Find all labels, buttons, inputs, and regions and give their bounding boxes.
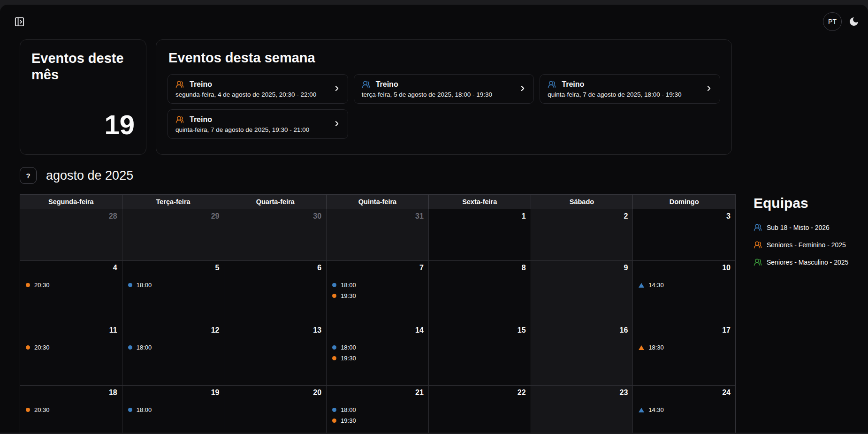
moon-icon bbox=[848, 16, 860, 27]
calendar-event[interactable]: 19:30 bbox=[331, 355, 424, 362]
calendar-day-cell[interactable]: 10 14:30 bbox=[633, 261, 735, 323]
event-marker-icon bbox=[332, 345, 336, 350]
calendar-event[interactable]: 20:30 bbox=[25, 282, 117, 289]
event-time: 18:00 bbox=[137, 282, 152, 289]
calendar-event[interactable]: 19:30 bbox=[331, 292, 424, 299]
day-number: 28 bbox=[25, 212, 117, 221]
event-marker-icon bbox=[332, 356, 336, 360]
calendar-event[interactable]: 20:30 bbox=[25, 344, 117, 351]
calendar-event[interactable]: 18:30 bbox=[638, 344, 731, 351]
calendar-event[interactable]: 14:30 bbox=[638, 282, 731, 289]
calendar-event[interactable]: 19:30 bbox=[331, 417, 424, 424]
event-time: 18:00 bbox=[137, 344, 152, 351]
event-card[interactable]: Treino segunda-feira, 4 de agosto de 202… bbox=[168, 74, 348, 104]
calendar-and-teams: Segunda-feira Terça-feira Quarta-feira Q… bbox=[20, 194, 868, 433]
calendar-event[interactable]: 18:00 bbox=[127, 282, 220, 289]
calendar-day-cell[interactable]: 22 bbox=[429, 386, 531, 433]
event-marker-icon bbox=[128, 345, 132, 350]
team-item[interactable]: Sub 18 - Misto - 2026 bbox=[754, 223, 848, 232]
calendar-day-cell[interactable]: 13 bbox=[224, 323, 327, 386]
event-datetime: quinta-feira, 7 de agosto de 2025, 19:30… bbox=[175, 126, 309, 133]
event-marker-icon bbox=[128, 283, 132, 287]
day-number: 20 bbox=[229, 388, 321, 397]
users-icon bbox=[754, 223, 762, 232]
event-title: Treino bbox=[190, 80, 212, 89]
day-number: 8 bbox=[434, 264, 526, 272]
weekday-header: Domingo bbox=[633, 195, 735, 209]
day-number: 29 bbox=[127, 212, 220, 221]
calendar-event[interactable]: 18:00 bbox=[127, 344, 220, 351]
event-time: 20:30 bbox=[34, 344, 50, 351]
day-number: 4 bbox=[25, 264, 117, 272]
calendar-event[interactable]: 18:00 bbox=[127, 406, 220, 413]
calendar-event[interactable]: 20:30 bbox=[25, 406, 117, 413]
calendar-day-cell[interactable]: 16 bbox=[531, 323, 633, 386]
calendar-event[interactable]: 18:00 bbox=[331, 406, 424, 413]
calendar-day-cell[interactable]: 24 14:30 bbox=[633, 386, 735, 433]
calendar-day-cell[interactable]: 15 bbox=[429, 323, 531, 386]
calendar-day-cell[interactable]: 30 bbox=[224, 209, 327, 261]
event-marker-icon bbox=[26, 345, 30, 350]
calendar-day-cell[interactable]: 1 bbox=[429, 209, 531, 261]
team-label: Sub 18 - Misto - 2026 bbox=[767, 224, 830, 231]
day-number: 31 bbox=[331, 212, 424, 221]
calendar-day-cell[interactable]: 12 18:00 bbox=[122, 323, 225, 386]
team-item[interactable]: Seniores - Masculino - 2025 bbox=[754, 258, 848, 266]
calendar-day-cell[interactable]: 2 bbox=[531, 209, 633, 261]
event-card[interactable]: Treino quinta-feira, 7 de agosto de 2025… bbox=[168, 109, 348, 139]
theme-toggle-button[interactable] bbox=[848, 16, 860, 27]
weekday-header: Terça-feira bbox=[122, 195, 225, 209]
calendar-day-cell[interactable]: 31 bbox=[327, 209, 429, 261]
calendar-day-cell[interactable]: 19 18:00 bbox=[122, 386, 225, 433]
calendar-day-cell[interactable]: 6 bbox=[224, 261, 327, 323]
event-time: 18:30 bbox=[648, 344, 664, 351]
calendar-month-title: agosto de 2025 bbox=[46, 168, 133, 183]
calendar-day-cell[interactable]: 3 bbox=[633, 209, 735, 261]
calendar-event[interactable]: 14:30 bbox=[638, 406, 731, 413]
sidebar-toggle-button[interactable] bbox=[14, 16, 25, 27]
event-card[interactable]: Treino quinta-feira, 7 de agosto de 2025… bbox=[540, 74, 720, 104]
event-time: 18:00 bbox=[341, 406, 356, 413]
calendar-day-cell[interactable]: 8 bbox=[429, 261, 531, 323]
help-button[interactable]: ? bbox=[20, 167, 37, 184]
day-number: 5 bbox=[127, 264, 220, 272]
team-item[interactable]: Seniores - Feminino - 2025 bbox=[754, 241, 848, 249]
calendar-day-cell[interactable]: 28 bbox=[20, 209, 122, 261]
calendar-day-cell[interactable]: 20 bbox=[224, 386, 327, 433]
calendar-day-cell[interactable]: 14 18:00 19:30 bbox=[327, 323, 429, 386]
day-number: 19 bbox=[127, 388, 220, 397]
day-number: 16 bbox=[536, 326, 628, 335]
event-time: 18:00 bbox=[341, 344, 356, 351]
language-button[interactable]: PT bbox=[823, 12, 842, 31]
event-datetime: quinta-feira, 7 de agosto de 2025, 18:00… bbox=[548, 91, 681, 98]
day-number: 22 bbox=[434, 388, 526, 397]
calendar-day-cell[interactable]: 7 18:00 19:30 bbox=[327, 261, 429, 323]
calendar-day-cell[interactable]: 21 18:00 19:30 bbox=[327, 386, 429, 433]
day-number: 2 bbox=[536, 212, 628, 221]
event-marker-icon bbox=[332, 408, 336, 412]
calendar-day-cell[interactable]: 29 bbox=[122, 209, 225, 261]
calendar-day-cell[interactable]: 23 bbox=[531, 386, 633, 433]
chevron-right-icon bbox=[333, 119, 341, 129]
event-time: 19:30 bbox=[341, 292, 356, 299]
calendar-day-cell[interactable]: 5 18:00 bbox=[122, 261, 225, 323]
weekday-header: Quinta-feira bbox=[327, 195, 429, 209]
calendar-day-cell[interactable]: 18 20:30 bbox=[20, 386, 122, 433]
calendar-day-cell[interactable]: 17 18:30 bbox=[633, 323, 735, 386]
event-time: 18:00 bbox=[137, 406, 152, 413]
users-icon bbox=[548, 80, 556, 89]
calendar-grid: Segunda-feira Terça-feira Quarta-feira Q… bbox=[20, 194, 736, 433]
event-time: 19:30 bbox=[341, 355, 356, 362]
calendar-day-cell[interactable]: 4 20:30 bbox=[20, 261, 122, 323]
calendar-event[interactable]: 18:00 bbox=[331, 344, 424, 351]
event-card[interactable]: Treino terça-feira, 5 de agosto de 2025,… bbox=[354, 74, 534, 104]
calendar-event[interactable]: 18:00 bbox=[331, 282, 424, 289]
weekday-header: Sexta-feira bbox=[429, 195, 531, 209]
event-marker-icon bbox=[332, 419, 336, 423]
day-number: 23 bbox=[536, 388, 628, 397]
users-icon bbox=[754, 241, 762, 249]
calendar-day-cell[interactable]: 9 bbox=[531, 261, 633, 323]
calendar-day-cell[interactable]: 11 20:30 bbox=[20, 323, 122, 386]
day-number: 15 bbox=[434, 326, 526, 335]
chevron-right-icon bbox=[705, 84, 713, 94]
